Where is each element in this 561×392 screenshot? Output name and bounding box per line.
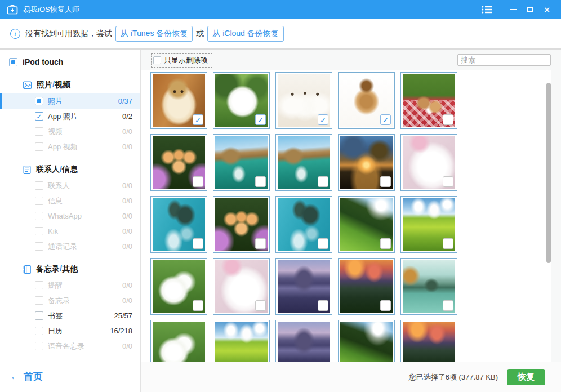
item-checkbox[interactable] xyxy=(35,197,43,205)
filter-checkbox-box[interactable] xyxy=(153,56,161,64)
sidebar-item[interactable]: 联系人0/0 xyxy=(0,178,140,193)
sidebar-item[interactable]: 信息0/0 xyxy=(0,193,140,208)
restore-from-itunes-button[interactable]: 从 iTunes 备份恢复 xyxy=(115,26,193,42)
sidebar-item[interactable]: App 照片0/2 xyxy=(0,109,140,124)
sidebar-item[interactable]: 语音备忘录0/0 xyxy=(0,338,140,354)
search-input[interactable] xyxy=(457,54,551,66)
photo-thumbnail[interactable] xyxy=(338,196,395,253)
device-checkbox[interactable] xyxy=(9,58,17,66)
close-button[interactable]: ✕ xyxy=(538,0,555,19)
thumbnail-checkbox[interactable] xyxy=(380,300,391,311)
photo-thumbnail[interactable] xyxy=(275,72,332,129)
photo-thumbnail[interactable] xyxy=(213,72,270,129)
thumbnail-checkbox[interactable] xyxy=(193,238,203,249)
photo-thumbnail[interactable] xyxy=(400,196,457,253)
photo-thumbnail[interactable] xyxy=(338,134,395,191)
photo-thumbnail[interactable] xyxy=(400,72,457,129)
thumbnail-checkbox[interactable] xyxy=(318,114,328,125)
list-menu-icon[interactable] xyxy=(478,0,495,19)
home-link[interactable]: ← 首页 xyxy=(10,370,43,383)
item-checkbox[interactable] xyxy=(35,242,43,251)
sidebar-item[interactable]: WhatsApp0/0 xyxy=(0,208,140,224)
photo-thumbnail[interactable] xyxy=(150,72,207,129)
item-checkbox[interactable] xyxy=(35,227,43,235)
item-checkbox[interactable] xyxy=(35,311,43,320)
item-checkbox[interactable] xyxy=(35,327,43,335)
show-deleted-only-checkbox[interactable]: 只显示删除项 xyxy=(151,53,212,68)
item-checkbox[interactable] xyxy=(35,97,43,105)
sidebar-item[interactable]: 书签25/57 xyxy=(0,308,140,323)
item-checkbox[interactable] xyxy=(35,212,43,220)
thumbnail-checkbox[interactable] xyxy=(255,114,266,125)
sidebar-item[interactable]: 视频0/0 xyxy=(0,124,140,139)
sidebar-item[interactable]: 通话记录0/0 xyxy=(0,239,140,254)
scrollbar-thumb[interactable] xyxy=(546,83,551,263)
item-checkbox[interactable] xyxy=(35,142,43,151)
item-count: 0/2 xyxy=(122,112,132,121)
app-title: 易我iOS恢复大师 xyxy=(23,5,79,15)
photo-thumbnail[interactable] xyxy=(150,134,207,191)
thumbnail-checkbox[interactable] xyxy=(255,300,266,311)
photo-thumbnail[interactable] xyxy=(213,320,270,362)
item-checkbox[interactable] xyxy=(35,296,43,305)
photo-thumbnail[interactable] xyxy=(338,320,395,362)
thumbnail-checkbox[interactable] xyxy=(380,176,391,187)
photo-thumbnail[interactable] xyxy=(150,320,207,362)
item-checkbox[interactable] xyxy=(35,281,43,289)
item-label: Kik xyxy=(48,227,58,235)
thumbnail-checkbox[interactable] xyxy=(255,238,266,249)
photo-thumbnail[interactable] xyxy=(275,196,332,253)
item-label: 通话记录 xyxy=(48,242,77,252)
sidebar-item[interactable]: 日历16/218 xyxy=(0,323,140,338)
sidebar-item[interactable]: Kik0/0 xyxy=(0,224,140,239)
photo-thumbnail[interactable] xyxy=(275,320,332,362)
thumbnail-checkbox[interactable] xyxy=(443,238,453,249)
photo-icon xyxy=(23,81,32,90)
recover-button[interactable]: 恢复 xyxy=(507,369,545,385)
footer: 您已选择了6项 (377.87 KB) 恢复 xyxy=(141,362,561,392)
sidebar-item[interactable]: 照片0/37 xyxy=(0,93,140,109)
sidebar: iPod touch 照片/视频照片0/37App 照片0/2视频0/0App … xyxy=(0,50,141,392)
photo-thumbnail[interactable] xyxy=(338,258,395,315)
sidebar-item[interactable]: 提醒0/0 xyxy=(0,278,140,293)
or-text: 或 xyxy=(196,29,204,39)
minimize-button[interactable] xyxy=(505,0,522,19)
photo-thumbnail[interactable] xyxy=(275,134,332,191)
item-checkbox[interactable] xyxy=(35,127,43,136)
thumbnail-checkbox[interactable] xyxy=(193,114,203,125)
photo-thumbnail[interactable] xyxy=(150,196,207,253)
sidebar-item[interactable]: 备忘录0/0 xyxy=(0,293,140,308)
maximize-button[interactable] xyxy=(522,0,538,19)
thumbnail-checkbox[interactable] xyxy=(193,176,203,187)
thumbnail-checkbox[interactable] xyxy=(318,176,328,187)
thumbnail-checkbox[interactable] xyxy=(318,300,328,311)
item-label: 书签 xyxy=(48,311,63,321)
thumbnail-checkbox[interactable] xyxy=(443,300,453,311)
device-row[interactable]: iPod touch xyxy=(0,54,140,70)
thumbnail-checkbox[interactable] xyxy=(255,176,266,187)
restore-from-icloud-button[interactable]: 从 iCloud 备份恢复 xyxy=(207,26,283,42)
photo-thumbnail[interactable] xyxy=(150,258,207,315)
photo-thumbnail[interactable] xyxy=(400,320,457,362)
item-checkbox[interactable] xyxy=(35,342,43,350)
photo-thumbnail[interactable] xyxy=(213,258,270,315)
photo-thumbnail[interactable] xyxy=(275,258,332,315)
item-checkbox[interactable] xyxy=(35,112,43,121)
thumbnail-checkbox[interactable] xyxy=(318,238,328,249)
item-label: App 照片 xyxy=(48,112,78,122)
item-checkbox[interactable] xyxy=(35,181,43,190)
photo-thumbnail[interactable] xyxy=(213,196,270,253)
photo-thumbnail[interactable] xyxy=(400,134,457,191)
photo-thumbnail[interactable] xyxy=(338,72,395,129)
device-label: iPod touch xyxy=(23,57,63,66)
item-count: 0/0 xyxy=(122,281,132,289)
thumbnail-checkbox[interactable] xyxy=(380,114,391,125)
sidebar-item[interactable]: App 视频0/0 xyxy=(0,139,140,154)
photo-thumbnail[interactable] xyxy=(213,134,270,191)
thumbnail-checkbox[interactable] xyxy=(193,300,203,311)
thumbnail-checkbox[interactable] xyxy=(380,238,391,249)
photo-thumbnail[interactable] xyxy=(400,258,457,315)
thumbnail-checkbox[interactable] xyxy=(443,176,453,187)
thumbnail-checkbox[interactable] xyxy=(443,114,453,125)
item-label: 语音备忘录 xyxy=(48,341,84,351)
